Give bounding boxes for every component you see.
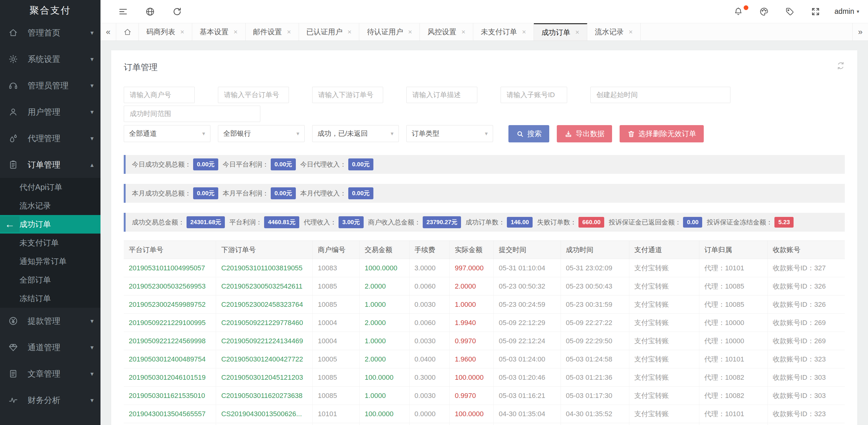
globe-icon[interactable] bbox=[145, 7, 155, 17]
col-success-time: 成功时间 bbox=[561, 241, 629, 259]
stat-item: 投诉保证金已返回金额： 0.00 bbox=[609, 217, 705, 228]
return-status-select[interactable]: 成功，已/未返回▾ bbox=[312, 125, 399, 142]
cell-trade-amount: 1000.0000 bbox=[360, 259, 409, 277]
sidebar-item-article-management[interactable]: 文章管理 ▾ bbox=[0, 361, 100, 387]
cell-receive-account: 收款账号ID：326 bbox=[768, 277, 845, 295]
sidebar-collapse-button[interactable]: ← bbox=[0, 216, 20, 232]
cell-platform-order-no: 20190430012820529910 bbox=[124, 423, 216, 425]
select-value: 全部银行 bbox=[223, 129, 251, 138]
close-icon[interactable]: × bbox=[629, 28, 633, 36]
table-row: 20190531011004995057 C201905310110038190… bbox=[124, 259, 845, 277]
tab-unpaid-orders[interactable]: 未支付订单× bbox=[473, 23, 534, 40]
palette-icon[interactable] bbox=[759, 7, 769, 17]
create-start-time-input[interactable] bbox=[590, 87, 731, 103]
sidebar-item-channel-management[interactable]: 通道管理 ▾ bbox=[0, 334, 100, 361]
tabs-scroll-left-button[interactable]: « bbox=[100, 23, 116, 40]
stat-label: 本月代理收入： bbox=[300, 189, 346, 198]
sidebar-item-withdraw-management[interactable]: 提款管理 ▾ bbox=[0, 308, 100, 334]
sidebar-subitem-all-orders[interactable]: 全部订单 bbox=[0, 271, 100, 289]
gear-icon bbox=[8, 54, 18, 64]
cell-trade-amount: 2.0000 bbox=[360, 350, 409, 368]
sidebar-subitem-notify-abnormal-orders[interactable]: 通知异常订单 bbox=[0, 252, 100, 271]
cell-submit-time: 05-09 22:12:29 bbox=[494, 314, 561, 332]
bell-icon[interactable] bbox=[733, 7, 743, 17]
success-time-range-input[interactable] bbox=[124, 106, 260, 122]
card-refresh-icon[interactable] bbox=[836, 61, 845, 70]
tag-icon[interactable] bbox=[785, 7, 795, 17]
refresh-icon[interactable] bbox=[172, 7, 182, 17]
close-icon[interactable]: × bbox=[234, 28, 238, 36]
close-icon[interactable]: × bbox=[575, 28, 580, 36]
sidebar-item-admin-management[interactable]: 管理员管理 ▾ bbox=[0, 72, 100, 99]
stat-item: 本月平台利润： 0.00元 bbox=[223, 187, 298, 199]
cell-fee: 0.0030 bbox=[409, 295, 450, 314]
order-type-select[interactable]: 订单类型▾ bbox=[406, 125, 493, 142]
tab-label: 待认证用户 bbox=[367, 27, 403, 37]
cell-receive-account: 收款账号ID：323 bbox=[768, 423, 845, 425]
tab-basic-settings[interactable]: 基本设置× bbox=[192, 23, 246, 40]
user-name: admin bbox=[834, 7, 854, 16]
cell-fee: 0.0000 bbox=[409, 405, 450, 423]
stat-label: 商户收入总金额： bbox=[368, 218, 421, 227]
channel-select[interactable]: 全部通道▾ bbox=[124, 125, 210, 142]
bank-select[interactable]: 全部银行▾ bbox=[218, 125, 305, 142]
tab-mail-settings[interactable]: 邮件设置× bbox=[246, 23, 299, 40]
close-icon[interactable]: × bbox=[180, 28, 184, 36]
tab-success-orders[interactable]: 成功订单× bbox=[534, 23, 587, 40]
order-desc-input[interactable] bbox=[406, 87, 477, 103]
user-menu[interactable]: admin ▾ bbox=[834, 7, 859, 16]
tab-label: 邮件设置 bbox=[253, 27, 282, 37]
sidebar-subitem-frozen-orders[interactable]: 冻结订单 bbox=[0, 289, 100, 308]
sidebar-item-order-management[interactable]: 订单管理 ▴ bbox=[0, 151, 100, 178]
cell-pay-channel: 支付宝转账 bbox=[629, 368, 699, 387]
content: 订单管理 全部通道▾ 全部银行▾ 成功 bbox=[100, 41, 868, 425]
search-button[interactable]: 搜索 bbox=[508, 125, 549, 142]
app-root: 聚合支付 管理首页 ▾ 系统设置 ▾ 管理员管理 ▾ 用户管理 ▾ 代理管理 ▾ bbox=[0, 0, 868, 425]
cell-order-owner: 代理：10101 bbox=[699, 423, 768, 425]
tab-pending-users[interactable]: 待认证用户× bbox=[359, 23, 420, 40]
button-label: 选择删除无效订单 bbox=[639, 129, 696, 139]
close-icon[interactable]: × bbox=[348, 28, 352, 36]
menu-toggle-icon[interactable] bbox=[118, 7, 128, 17]
sidebar-subitem-flow-records[interactable]: 流水记录 bbox=[0, 196, 100, 215]
tabs-scroll-right-button[interactable]: » bbox=[852, 23, 868, 40]
sidebar-item-system-settings[interactable]: 系统设置 ▾ bbox=[0, 46, 100, 72]
merchant-no-input[interactable] bbox=[124, 87, 195, 103]
fullscreen-icon[interactable] bbox=[810, 7, 820, 17]
sidebar-item-finance-analysis[interactable]: 财务分析 ▾ bbox=[0, 387, 100, 414]
sidebar-subitem-api-payout-orders[interactable]: 代付Api订单 bbox=[0, 178, 100, 196]
stat-label: 成功交易总金额： bbox=[132, 218, 185, 227]
sub-account-id-input[interactable] bbox=[501, 87, 567, 103]
tab-home[interactable] bbox=[116, 23, 139, 40]
cell-platform-order-no: 20190509221229100995 bbox=[124, 314, 216, 332]
export-data-button[interactable]: 导出数据 bbox=[557, 125, 612, 142]
home-icon bbox=[8, 28, 18, 38]
tab-code-merchant-list[interactable]: 码商列表× bbox=[139, 23, 192, 40]
diamond-icon bbox=[8, 342, 18, 352]
close-icon[interactable]: × bbox=[522, 28, 526, 36]
table-row: 20190430012820529910 CS20190430012818325… bbox=[124, 423, 845, 425]
close-icon[interactable]: × bbox=[287, 28, 291, 36]
cell-order-owner: 代理：10085 bbox=[699, 277, 768, 295]
cell-submit-time: 04-30 01:28:20 bbox=[494, 423, 561, 425]
tab-verified-users[interactable]: 已认证用户× bbox=[299, 23, 360, 40]
sidebar-item-home[interactable]: 管理首页 ▾ bbox=[0, 20, 100, 46]
chevron-down-icon: ▾ bbox=[90, 108, 94, 116]
cell-submit-time: 05-03 01:24:00 bbox=[494, 350, 561, 368]
tab-flow-records[interactable]: 流水记录× bbox=[587, 23, 641, 40]
delete-invalid-orders-button[interactable]: 选择删除无效订单 bbox=[620, 125, 704, 142]
downstream-order-no-input[interactable] bbox=[312, 87, 383, 103]
close-icon[interactable]: × bbox=[461, 28, 465, 36]
cell-actual-amount: 1.9600 bbox=[450, 350, 494, 368]
close-icon[interactable]: × bbox=[408, 28, 412, 36]
main-area: admin ▾ « 码商列表× 基本设置× 邮件设置× 已认证用户× 待认证用户… bbox=[100, 0, 868, 425]
sidebar-subitem-unpaid-orders[interactable]: 未支付订单 bbox=[0, 233, 100, 252]
sidebar-item-agent-management[interactable]: 代理管理 ▾ bbox=[0, 125, 100, 151]
tab-risk-settings[interactable]: 风控设置× bbox=[420, 23, 473, 40]
cell-platform-order-no: 20190503011621535010 bbox=[124, 387, 216, 405]
cell-receive-account: 收款账号ID：303 bbox=[768, 387, 845, 405]
platform-order-no-input[interactable] bbox=[218, 87, 289, 103]
sidebar-item-user-management[interactable]: 用户管理 ▾ bbox=[0, 99, 100, 125]
stat-item: 平台利润： 4460.81元 bbox=[229, 216, 302, 228]
stat-label: 本月平台利润： bbox=[223, 189, 269, 198]
